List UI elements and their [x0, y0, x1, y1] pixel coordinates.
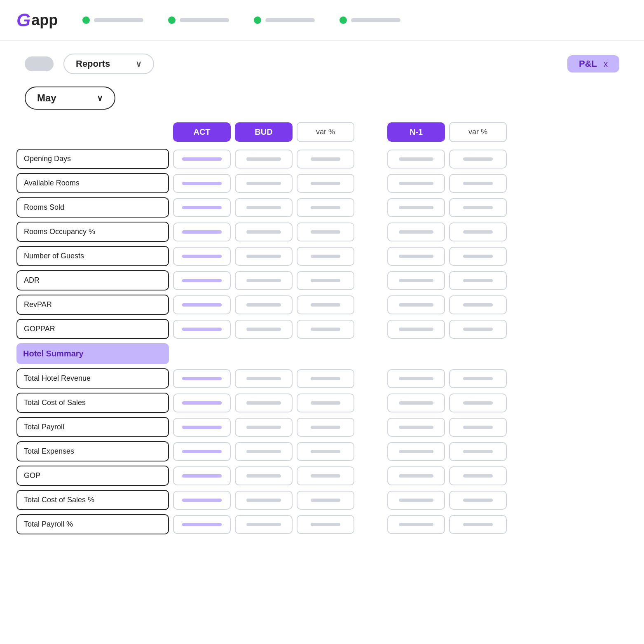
cell-n1-gop [387, 466, 445, 485]
cell-act-number-of-guests [173, 247, 231, 266]
cell-var-n1-total-hotel-revenue [449, 369, 507, 388]
cell-act-rooms-sold [173, 198, 231, 217]
cell-act-total-cost-of-sales [173, 393, 231, 412]
cell-bud-total-cost-of-sales-pct [235, 491, 293, 510]
chevron-down-icon: ∨ [136, 59, 142, 69]
table-row: Total Cost of Sales % [16, 490, 628, 510]
col-header-var-n1: var % [449, 122, 507, 142]
logo-app-text: app [31, 12, 58, 29]
month-selector[interactable]: May ∨ [25, 87, 115, 110]
cell-var-n1-total-payroll [449, 418, 507, 437]
pl-tag: P&L x [567, 55, 619, 73]
cell-var-n1-revpar [449, 295, 507, 314]
cell-act-total-payroll [173, 418, 231, 437]
nav-dot-4 [340, 16, 347, 24]
nav-item-2[interactable] [168, 16, 229, 24]
cell-var-bud-rooms-sold [297, 198, 354, 217]
table-row: Rooms Sold [16, 197, 628, 218]
nav-item-1[interactable] [82, 16, 143, 24]
cell-act-total-hotel-revenue [173, 369, 231, 388]
col-header-n1: N-1 [387, 122, 445, 142]
cell-act-goppar [173, 320, 231, 339]
cell-var-bud-total-payroll [297, 418, 354, 437]
logo-g-letter: G [16, 10, 30, 30]
cell-var-n1-rooms-sold [449, 198, 507, 217]
cell-var-bud-revpar [297, 295, 354, 314]
table-row: Total Hotel Revenue [16, 368, 628, 389]
cell-bud-total-expenses [235, 442, 293, 461]
cell-var-bud-total-expenses [297, 442, 354, 461]
cell-var-bud-rooms-occupancy [297, 222, 354, 241]
nav-bar-1 [94, 18, 143, 22]
close-icon[interactable]: x [604, 59, 608, 69]
row-label-total-expenses: Total Expenses [16, 441, 169, 461]
cell-var-n1-rooms-occupancy [449, 222, 507, 241]
nav-bar-2 [180, 18, 229, 22]
nav-items [82, 16, 628, 24]
cell-n1-total-payroll [387, 418, 445, 437]
hotel-summary-section-header: Hotel Summary [16, 343, 169, 364]
cell-act-total-payroll-pct [173, 515, 231, 534]
cell-var-bud-available-rooms [297, 174, 354, 193]
row-label-goppar: GOPPAR [16, 319, 169, 339]
month-row: May ∨ [0, 82, 644, 122]
table-row: Available Rooms [16, 173, 628, 193]
cell-var-n1-total-payroll-pct [449, 515, 507, 534]
row-label-revpar: RevPAR [16, 295, 169, 315]
cell-act-revpar [173, 295, 231, 314]
cell-n1-total-cost-of-sales-pct [387, 491, 445, 510]
cell-act-gop [173, 466, 231, 485]
row-label-total-payroll-pct: Total Payroll % [16, 514, 169, 534]
reports-dropdown[interactable]: Reports ∨ [63, 54, 154, 74]
logo: G app [16, 10, 58, 30]
table-row: Total Cost of Sales [16, 393, 628, 413]
row-label-opening-days: Opening Days [16, 149, 169, 169]
cell-bud-total-hotel-revenue [235, 369, 293, 388]
cell-bud-total-cost-of-sales [235, 393, 293, 412]
toggle-button[interactable] [25, 56, 54, 71]
table-row: ADR [16, 270, 628, 290]
table-row: GOPPAR [16, 319, 628, 339]
table-row: Total Payroll % [16, 514, 628, 534]
cell-n1-rooms-occupancy [387, 222, 445, 241]
cell-var-bud-gop [297, 466, 354, 485]
cell-var-n1-total-expenses [449, 442, 507, 461]
cell-act-opening-days [173, 150, 231, 169]
cell-bud-available-rooms [235, 174, 293, 193]
row-label-total-cost-of-sales-pct: Total Cost of Sales % [16, 490, 169, 510]
cell-n1-total-payroll-pct [387, 515, 445, 534]
cell-bud-number-of-guests [235, 247, 293, 266]
cell-var-bud-adr [297, 271, 354, 290]
cell-bud-goppar [235, 320, 293, 339]
nav-bar-3 [265, 18, 315, 22]
nav-dot-3 [254, 16, 261, 24]
cell-n1-rooms-sold [387, 198, 445, 217]
cell-var-n1-gop [449, 466, 507, 485]
cell-n1-available-rooms [387, 174, 445, 193]
row-label-rooms-occupancy: Rooms Occupancy % [16, 222, 169, 242]
nav-dot-1 [82, 16, 90, 24]
cell-act-available-rooms [173, 174, 231, 193]
row-label-total-payroll: Total Payroll [16, 417, 169, 437]
col-header-act: ACT [173, 122, 231, 142]
cell-bud-rooms-sold [235, 198, 293, 217]
cell-n1-revpar [387, 295, 445, 314]
cell-var-bud-goppar [297, 320, 354, 339]
toolbar: Reports ∨ P&L x [0, 41, 644, 82]
cell-bud-adr [235, 271, 293, 290]
row-label-number-of-guests: Number of Guests [16, 246, 169, 266]
cell-bud-total-payroll [235, 418, 293, 437]
nav-item-3[interactable] [254, 16, 315, 24]
row-label-adr: ADR [16, 270, 169, 290]
cell-n1-adr [387, 271, 445, 290]
cell-n1-goppar [387, 320, 445, 339]
cell-var-bud-total-payroll-pct [297, 515, 354, 534]
nav-item-4[interactable] [340, 16, 400, 24]
cell-act-adr [173, 271, 231, 290]
table-row: Rooms Occupancy % [16, 222, 628, 242]
table-row: RevPAR [16, 295, 628, 315]
cell-var-n1-total-cost-of-sales [449, 393, 507, 412]
cell-var-n1-total-cost-of-sales-pct [449, 491, 507, 510]
cell-bud-opening-days [235, 150, 293, 169]
cell-n1-total-hotel-revenue [387, 369, 445, 388]
